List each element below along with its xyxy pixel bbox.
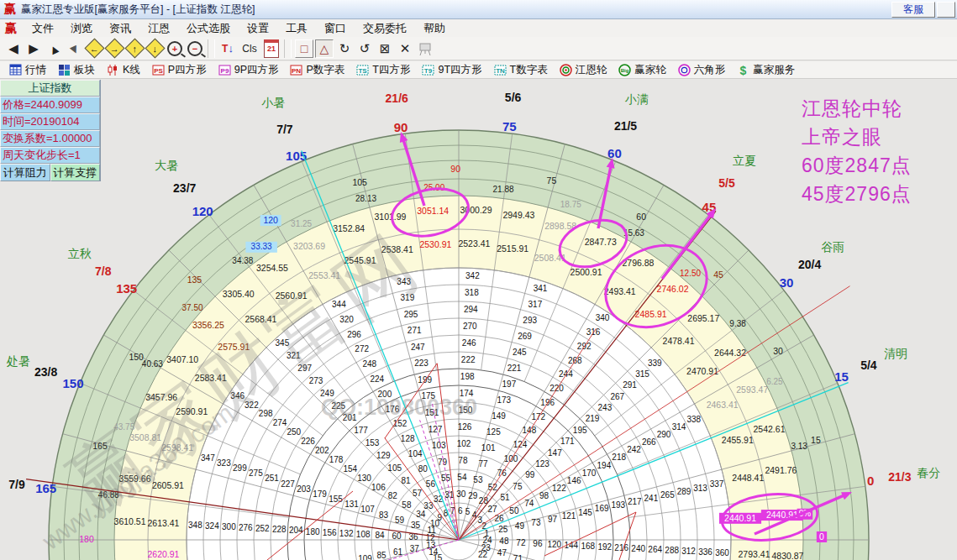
svg-text:21.88: 21.88 (492, 185, 513, 194)
menu-item-4[interactable]: 公式选股 (178, 22, 239, 34)
svg-text:135: 135 (116, 281, 137, 296)
nav-prev-icon[interactable]: ◀ (3, 39, 24, 59)
svg-text:180: 180 (79, 534, 94, 544)
menu-logo-icon: 赢 (5, 21, 17, 36)
panel-row-1: 时间=20190104 (0, 113, 100, 130)
toolbar-item-hexagon[interactable]: 六角形 (672, 61, 732, 79)
toolbar-item-p-square[interactable]: PSP四方形 (146, 61, 213, 79)
svg-text:53: 53 (473, 475, 483, 484)
toolbar-item-winner-wheel[interactable]: Big赢家轮 (613, 61, 672, 79)
svg-text:T9: T9 (424, 67, 433, 75)
menu-item-8[interactable]: 交易委托 (355, 22, 415, 34)
menu-item-5[interactable]: 设置 (239, 22, 277, 34)
svg-text:27: 27 (488, 505, 498, 514)
svg-text:小满: 小满 (625, 92, 649, 106)
updown-marker-icon[interactable]: T↓ (218, 39, 238, 59)
menu-items: 文件浏览资讯江恩公式选股设置工具窗口交易委托帮助 (24, 19, 454, 37)
svg-text:2523.41: 2523.41 (458, 238, 490, 249)
toolbar-item-sectors[interactable]: 板块 (52, 61, 101, 79)
svg-text:195: 195 (573, 426, 587, 435)
svg-text:3: 3 (478, 516, 483, 525)
svg-text:21/5: 21/5 (614, 119, 637, 133)
toolbar-item-kline[interactable]: K线 (101, 61, 146, 79)
svg-text:219: 219 (586, 414, 600, 423)
svg-text:242: 242 (627, 445, 641, 454)
rotate-ccw-icon[interactable]: ↺ (355, 39, 375, 59)
svg-text:250: 250 (287, 427, 301, 437)
svg-text:3000.29: 3000.29 (460, 205, 492, 215)
svg-text:30: 30 (780, 275, 794, 290)
calendar-icon[interactable]: 21 (261, 39, 281, 59)
menu-item-9[interactable]: 帮助 (415, 22, 454, 34)
customer-service-button[interactable]: 客服 (891, 2, 935, 18)
svg-text:2491.76: 2491.76 (765, 465, 797, 475)
svg-text:TN: TN (496, 67, 505, 75)
svg-text:Big: Big (621, 68, 629, 73)
svg-text:130: 130 (357, 474, 371, 483)
calc-support-button[interactable]: 计算支撑 (50, 164, 101, 181)
toolbar-item-quotes[interactable]: 行情 (3, 61, 52, 79)
svg-text:274: 274 (273, 418, 287, 427)
draw-square-icon[interactable]: □ (294, 39, 314, 59)
menu-item-1[interactable]: 浏览 (62, 22, 101, 34)
svg-text:315: 315 (635, 369, 649, 379)
svg-text:120: 120 (547, 540, 561, 549)
svg-text:58: 58 (402, 500, 412, 510)
svg-text:75: 75 (502, 119, 517, 133)
svg-text:227: 227 (281, 479, 295, 489)
svg-text:37.50: 37.50 (182, 303, 203, 312)
toolbar-item-p-table[interactable]: PNP数字表 (284, 61, 350, 79)
svg-text:2593.47: 2593.47 (736, 385, 768, 395)
svg-text:149: 149 (492, 411, 506, 421)
svg-text:7/9: 7/9 (8, 478, 25, 491)
pan-down-icon[interactable]: ↓ (145, 39, 165, 59)
svg-text:82: 82 (388, 491, 398, 500)
menu-item-2[interactable]: 资讯 (101, 22, 139, 34)
svg-text:20/4: 20/4 (798, 258, 821, 271)
calc-resistance-button[interactable]: 计算阻力 (0, 164, 50, 181)
cls-button[interactable]: Cls (238, 39, 261, 59)
menu-item-6[interactable]: 工具 (277, 22, 316, 34)
window-edge-button[interactable] (937, 2, 955, 18)
nav-next-icon[interactable]: ▶ (24, 39, 44, 59)
svg-text:252: 252 (255, 524, 270, 533)
toolbar-item-winner-service[interactable]: $赢家服务 (731, 61, 801, 79)
pan-up-icon[interactable]: ↑ (124, 39, 145, 59)
zoom-in-icon[interactable]: + (165, 39, 185, 59)
zoom-out-icon[interactable]: − (185, 39, 205, 59)
pan-right-icon[interactable]: → (104, 39, 124, 59)
svg-text:0: 0 (819, 531, 824, 542)
svg-text:15: 15 (433, 553, 443, 560)
svg-text:15: 15 (834, 369, 849, 384)
svg-text:97: 97 (548, 515, 558, 524)
svg-text:2695.17: 2695.17 (687, 313, 719, 323)
toolbar-item-t-table[interactable]: TNT数字表 (488, 61, 554, 79)
panel-row-2: 变换系数=1.00000 (0, 130, 100, 147)
easel-icon[interactable] (415, 39, 435, 59)
svg-text:3610.51: 3610.51 (114, 516, 146, 526)
svg-text:104: 104 (408, 449, 423, 458)
svg-text:2793.41: 2793.41 (739, 549, 770, 559)
toolbar-item-gann-wheel[interactable]: 江恩轮 (554, 61, 613, 79)
grid-x-icon[interactable]: ⊠ (375, 39, 395, 59)
svg-text:106: 106 (371, 483, 386, 492)
center-cross-icon[interactable]: ✕ (395, 39, 415, 59)
svg-text:170: 170 (582, 468, 597, 478)
draw-triangle-icon[interactable]: △ (314, 39, 334, 59)
svg-text:清明: 清明 (884, 347, 907, 360)
svg-text:$: $ (740, 64, 747, 76)
toolbar-item-9p-square[interactable]: P99P四方形 (213, 61, 285, 79)
menu-item-3[interactable]: 江恩 (139, 22, 178, 34)
toolbar-item-t-square[interactable]: TST四方形 (350, 61, 416, 79)
svg-text:228: 228 (272, 525, 287, 534)
svg-text:96: 96 (533, 539, 543, 548)
rotate-cw-icon[interactable]: ↻ (334, 39, 355, 59)
pan-left-icon[interactable]: ← (84, 39, 104, 59)
svg-text:147: 147 (548, 448, 562, 458)
menu-item-7[interactable]: 窗口 (316, 22, 355, 34)
menu-bar: 赢 文件浏览资讯江恩公式选股设置工具窗口交易委托帮助 (0, 19, 957, 38)
toolbar-item-9t-square[interactable]: T99T四方形 (416, 61, 487, 79)
menu-item-0[interactable]: 文件 (24, 22, 62, 34)
svg-text:179: 179 (313, 489, 327, 499)
svg-text:2485.91: 2485.91 (635, 309, 667, 319)
